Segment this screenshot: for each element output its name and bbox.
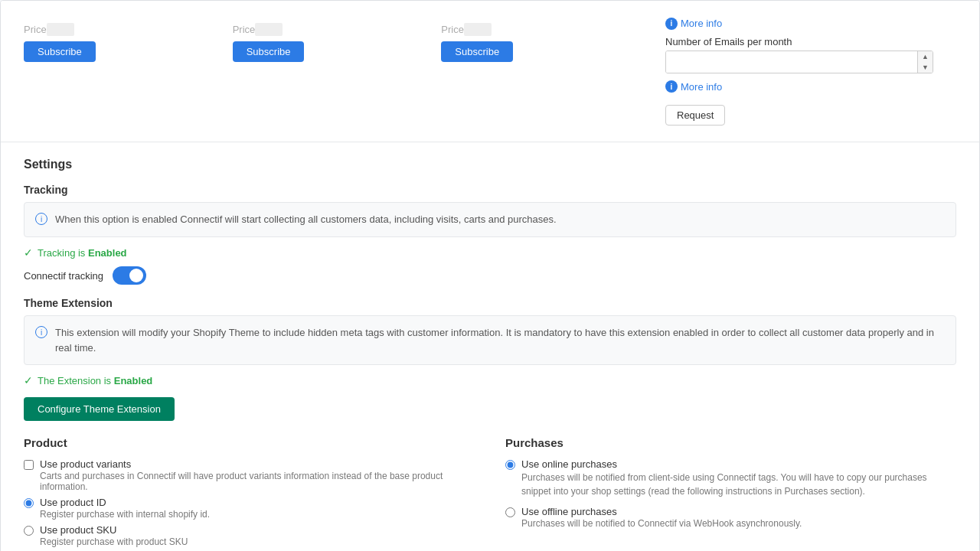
purchases-column: Purchases Use online purchases Purchases… [505, 436, 956, 551]
use-offline-purchases-label[interactable]: Use offline purchases [521, 506, 802, 517]
spinner-wrapper: ▲ ▼ [917, 51, 933, 73]
tracking-status: ✓ Tracking is Enabled [24, 246, 956, 259]
tracking-checkmark: ✓ [24, 246, 33, 259]
emails-input-wrapper: ▲ ▼ [665, 51, 933, 73]
use-online-purchases-text: Use online purchases Purchases will be n… [521, 458, 956, 498]
subscribe-button-2[interactable]: Subscribe [233, 41, 305, 62]
tracking-title: Tracking [24, 184, 956, 196]
use-product-sku-text: Use product SKU Register purchase with p… [40, 524, 188, 547]
use-online-purchases-item: Use online purchases Purchases will be n… [505, 458, 956, 498]
svg-text:i: i [41, 215, 42, 223]
use-product-sku-desc: Register purchase with product SKU [40, 536, 188, 547]
pricing-card-2: Price Subscribe [233, 16, 442, 73]
emails-field-label: Number of Emails per month [665, 36, 933, 47]
more-info-text-1: More info [681, 18, 722, 29]
more-info-text-2: More info [681, 81, 722, 93]
pricing-card-1: Price Subscribe [24, 16, 233, 73]
extension-status: ✓ The Extension is Enabled [24, 374, 956, 386]
tracking-status-text: Tracking is Enabled [38, 247, 127, 259]
use-product-sku-radio[interactable] [24, 526, 34, 536]
request-button[interactable]: Request [665, 105, 725, 126]
use-variants-desc: Carts and purchases in Connectif will ha… [40, 471, 475, 492]
price-label-2: Price [233, 24, 430, 35]
use-online-purchases-radio[interactable] [505, 460, 515, 470]
use-product-sku-item: Use product SKU Register purchase with p… [24, 524, 475, 547]
tracking-toggle-row: Connectif tracking [24, 266, 956, 285]
use-variants-item: Use product variants Carts and purchases… [24, 458, 475, 492]
tracking-toggle-label: Connectif tracking [24, 270, 103, 282]
use-offline-purchases-desc: Purchases will be notified to Connectif … [521, 518, 802, 529]
use-variants-label[interactable]: Use product variants [40, 458, 475, 470]
subscribe-button-1[interactable]: Subscribe [24, 41, 96, 62]
use-product-id-label[interactable]: Use product ID [40, 497, 210, 508]
configure-theme-button[interactable]: Configure Theme Extension [24, 397, 175, 421]
more-info-link-1[interactable]: i More info [665, 18, 722, 30]
theme-extension-title: Theme Extension [24, 297, 956, 309]
tracking-toggle[interactable] [113, 266, 146, 285]
theme-info-text: This extension will modify your Shopify … [55, 325, 945, 355]
right-panel: i More info Number of Emails per month ▲… [650, 8, 956, 141]
use-online-purchases-label[interactable]: Use online purchases [521, 458, 956, 470]
tracking-info-icon: i [35, 213, 47, 227]
use-product-id-text: Use product ID Register purchase with in… [40, 497, 210, 520]
spinner-down[interactable]: ▼ [918, 62, 933, 73]
tracking-info-box: i When this option is enabled Connectif … [24, 202, 956, 237]
info-icon-2: i [665, 80, 678, 93]
use-offline-purchases-text: Use offline purchases Purchases will be … [521, 506, 802, 529]
use-product-id-radio[interactable] [24, 498, 34, 508]
use-offline-purchases-item: Use offline purchases Purchases will be … [505, 506, 956, 529]
main-content: Settings Tracking i When this option is … [1, 158, 979, 551]
tracking-info-text: When this option is enabled Connectif wi… [55, 212, 557, 227]
pricing-cards: Price Subscribe Price Subscribe Price Su… [24, 8, 650, 73]
subscribe-button-3[interactable]: Subscribe [441, 41, 513, 62]
pricing-card-3: Price Subscribe [441, 16, 650, 73]
spinner-up[interactable]: ▲ [918, 51, 933, 62]
settings-title: Settings [24, 158, 956, 171]
product-title: Product [24, 436, 475, 449]
theme-info-icon: i [35, 326, 47, 341]
use-variants-text: Use product variants Carts and purchases… [40, 458, 475, 492]
price-label-1: Price [24, 24, 221, 35]
extension-status-text: The Extension is Enabled [38, 375, 152, 386]
emails-per-month-input[interactable] [666, 51, 917, 73]
use-variants-checkbox[interactable] [24, 460, 34, 470]
use-online-purchases-desc: Purchases will be notified from client-s… [521, 471, 956, 498]
theme-info-box: i This extension will modify your Shopif… [24, 315, 956, 365]
product-purchases-section: Product Use product variants Carts and p… [24, 436, 956, 551]
use-product-id-item: Use product ID Register purchase with in… [24, 497, 475, 520]
more-info-link-2[interactable]: i More info [665, 80, 722, 93]
use-product-id-desc: Register purchase with internal shopify … [40, 509, 210, 520]
svg-text:i: i [41, 328, 42, 337]
extension-checkmark: ✓ [24, 374, 33, 386]
info-icon-1: i [665, 18, 678, 30]
use-product-sku-label[interactable]: Use product SKU [40, 524, 188, 536]
toggle-slider [113, 266, 146, 285]
purchases-title: Purchases [505, 436, 956, 449]
price-label-3: Price [441, 24, 639, 35]
product-column: Product Use product variants Carts and p… [24, 436, 475, 551]
use-offline-purchases-radio[interactable] [505, 507, 515, 517]
